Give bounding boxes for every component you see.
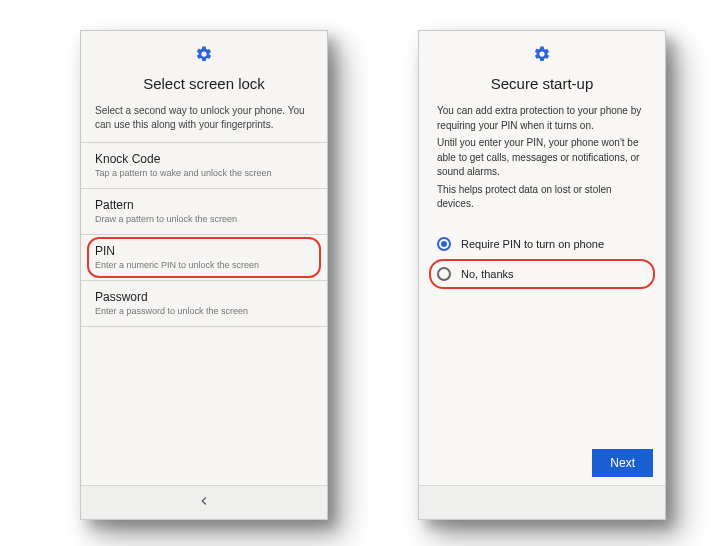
phone-screen-secure-startup: Secure start-up You can add extra protec… [418,30,666,520]
topbar [81,31,327,69]
option-pattern[interactable]: Pattern Draw a pattern to unlock the scr… [81,188,327,234]
option-pin[interactable]: PIN Enter a numeric PIN to unlock the sc… [81,234,327,280]
page-subtitle: Select a second way to unlock your phone… [81,100,327,142]
phone-screen-select-lock: Select screen lock Select a second way t… [80,30,328,520]
gear-icon [195,45,213,67]
description-line: This helps protect data on lost or stole… [437,183,647,212]
lock-options-list: Knock Code Tap a pattern to wake and unl… [81,142,327,327]
option-knock-code[interactable]: Knock Code Tap a pattern to wake and unl… [81,142,327,188]
description: You can add extra protection to your pho… [419,100,665,223]
nav-bar [81,485,327,519]
nav-bar [419,485,665,519]
option-label: Password [95,290,313,304]
option-label: Pattern [95,198,313,212]
option-require-pin[interactable]: Require PIN to turn on phone [433,229,651,259]
option-label: Require PIN to turn on phone [461,238,604,250]
next-button[interactable]: Next [592,449,653,477]
radio-unselected-icon [437,267,451,281]
option-password[interactable]: Password Enter a password to unlock the … [81,280,327,327]
startup-options: Require PIN to turn on phone No, thanks [419,223,665,289]
gear-icon [533,45,551,67]
option-label: Knock Code [95,152,313,166]
option-no-thanks[interactable]: No, thanks [433,259,651,289]
back-icon[interactable] [197,494,211,512]
option-desc: Enter a password to unlock the screen [95,306,313,316]
description-line: You can add extra protection to your pho… [437,104,647,133]
page-title: Select screen lock [81,69,327,100]
option-desc: Draw a pattern to unlock the screen [95,214,313,224]
option-label: PIN [95,244,313,258]
option-label: No, thanks [461,268,514,280]
option-desc: Enter a numeric PIN to unlock the screen [95,260,313,270]
description-line: Until you enter your PIN, your phone won… [437,136,647,180]
radio-selected-icon [437,237,451,251]
page-title: Secure start-up [419,69,665,100]
option-desc: Tap a pattern to wake and unlock the scr… [95,168,313,178]
topbar [419,31,665,69]
